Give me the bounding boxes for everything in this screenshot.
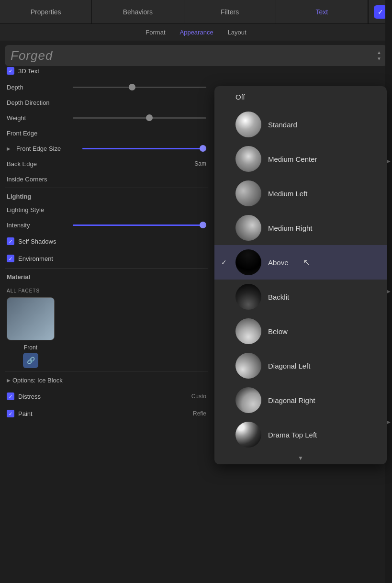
label-3d-text: 3D Text — [18, 67, 39, 75]
front-edge-size-row[interactable]: ▶ Front Edge Size — [5, 141, 208, 156]
dropdown-label-off: Off — [235, 93, 245, 101]
sub-tab-bar: Format Appearance Layout — [0, 24, 392, 41]
distress-value: Custo — [191, 393, 206, 400]
font-arrows-icon[interactable]: ▲ ▼ — [377, 50, 381, 61]
lighting-style-label: Lighting Style — [7, 206, 69, 213]
dropdown-item-medium-center[interactable]: Medium Center — [214, 142, 387, 176]
sub-tab-layout[interactable]: Layout — [228, 27, 246, 38]
dropdown-item-off[interactable]: Off — [214, 86, 387, 107]
lighting-style-dropdown: Off Standard Medium Center Medium Left M… — [214, 86, 387, 464]
depth-row[interactable]: Depth — [5, 79, 208, 95]
dropdown-label-medium-right: Medium Right — [268, 224, 313, 232]
intensity-label: Intensity — [7, 222, 69, 229]
sub-tab-appearance[interactable]: Appearance — [180, 27, 213, 38]
dropdown-item-diagonal-right[interactable]: Diagonal Right — [214, 383, 387, 417]
sphere-diagonal-right — [235, 387, 261, 413]
depth-direction-row: Depth Direction — [5, 95, 208, 110]
all-facets-label: ALL FACETS — [5, 286, 208, 295]
cursor-icon: ↖ — [303, 257, 310, 268]
back-edge-row: Back Edge Sam — [5, 156, 208, 171]
sphere-above — [235, 249, 261, 275]
right-arrow-2[interactable]: ▶ — [387, 289, 391, 294]
lighting-style-row[interactable]: Lighting Style — [5, 202, 208, 217]
sphere-medium-center — [235, 146, 261, 172]
front-edge-row: Front Edge — [5, 125, 208, 141]
self-shadows-row[interactable]: ✓ Self Shadows — [5, 233, 208, 250]
dropdown-label-medium-left: Medium Left — [268, 190, 308, 198]
dropdown-label-medium-center: Medium Center — [268, 155, 317, 163]
sphere-medium-right — [235, 215, 261, 241]
depth-slider[interactable] — [73, 87, 206, 88]
weight-label: Weight — [7, 114, 69, 122]
checkmark-above: ✓ — [221, 258, 229, 266]
distress-row[interactable]: ✓ Distress Custo — [5, 388, 208, 405]
options-arrow-icon: ▶ — [7, 378, 11, 383]
dropdown-label-standard: Standard — [268, 121, 297, 129]
front-edge-size-label: Front Edge Size — [16, 145, 78, 152]
dropdown-label-backlit: Backlit — [268, 293, 289, 301]
tab-properties[interactable]: Properties — [0, 0, 92, 23]
environment-checkbox: ✓ — [7, 255, 14, 262]
dropdown-item-above[interactable]: ✓ Above ↖ — [214, 245, 387, 280]
sub-tab-format[interactable]: Format — [146, 27, 165, 38]
paint-row[interactable]: ✓ Paint Refle — [5, 405, 208, 422]
scroll-down-icon: ▼ — [298, 455, 303, 461]
paint-value: Refle — [193, 410, 206, 417]
paint-checkbox: ✓ — [7, 410, 14, 417]
tab-behaviors[interactable]: Behaviors — [92, 0, 184, 23]
tab-filters[interactable]: Filters — [184, 0, 276, 23]
material-front-label: Front — [24, 344, 37, 351]
sphere-backlit — [235, 284, 261, 310]
dropdown-label-diagonal-right: Diagonal Right — [268, 396, 315, 404]
distress-checkbox: ✓ — [7, 392, 14, 400]
back-edge-label: Back Edge — [7, 160, 69, 168]
paint-label: Paint — [18, 410, 33, 417]
environment-row[interactable]: ✓ Environment — [5, 250, 208, 267]
sphere-medium-left — [235, 180, 261, 206]
weight-slider[interactable] — [73, 117, 206, 119]
dropdown-label-diagonal-left: Diagonal Left — [268, 362, 310, 370]
dropdown-item-medium-right[interactable]: Medium Right — [214, 211, 387, 245]
tab-bar: Properties Behaviors Filters Text ✓ — [0, 0, 392, 24]
inside-corners-row: Inside Corners — [5, 171, 208, 187]
left-panel: ✓ 3D Text Depth Depth Direction Weight F… — [0, 62, 213, 583]
distress-label: Distress — [18, 393, 41, 400]
depth-direction-label: Depth Direction — [7, 99, 69, 106]
sphere-standard — [235, 112, 261, 137]
scroll-down-arrow[interactable]: ▼ — [214, 452, 387, 464]
intensity-slider[interactable] — [73, 224, 206, 226]
sphere-below — [235, 318, 261, 344]
dropdown-label-above: Above — [268, 258, 289, 267]
checkbox-3d-text[interactable]: ✓ 3D Text — [5, 62, 208, 79]
link-icon[interactable]: 🔗 — [23, 353, 38, 368]
dropdown-item-standard[interactable]: Standard — [214, 107, 387, 142]
back-edge-value: Sam — [194, 160, 206, 167]
options-row[interactable]: ▶ Options: Ice Block — [5, 372, 208, 388]
dropdown-label-below: Below — [268, 327, 288, 336]
material-section: ALL FACETS Front 🔗 — [5, 286, 208, 370]
dropdown-item-diagonal-left[interactable]: Diagonal Left — [214, 348, 387, 383]
self-shadows-label: Self Shadows — [18, 238, 56, 245]
right-arrow-3[interactable]: ▶ — [387, 419, 391, 425]
self-shadows-checkbox: ✓ — [7, 237, 14, 245]
checkbox-3d-text-icon: ✓ — [7, 67, 14, 75]
environment-label: Environment — [18, 255, 53, 262]
front-edge-size-slider[interactable] — [82, 148, 206, 149]
tab-text[interactable]: Text — [276, 0, 368, 23]
front-edge-label: Front Edge — [7, 130, 69, 137]
lighting-section-header: Lighting — [5, 189, 208, 202]
material-section-header: Material — [5, 269, 208, 282]
right-arrow-1[interactable]: ▶ — [387, 158, 391, 164]
sphere-drama-top-left — [235, 422, 261, 448]
front-edge-size-arrow-icon: ▶ — [7, 146, 11, 151]
dropdown-item-drama-top-left[interactable]: Drama Top Left — [214, 417, 387, 452]
intensity-row[interactable]: Intensity — [5, 217, 208, 233]
depth-label: Depth — [7, 84, 69, 91]
material-thumbnail-front[interactable] — [7, 297, 55, 340]
dropdown-item-medium-left[interactable]: Medium Left — [214, 176, 387, 211]
dropdown-item-below[interactable]: Below — [214, 314, 387, 348]
inside-corners-label: Inside Corners — [7, 176, 69, 183]
font-name: Forged — [11, 48, 53, 63]
weight-row[interactable]: Weight — [5, 110, 208, 125]
dropdown-item-backlit[interactable]: Backlit — [214, 280, 387, 314]
